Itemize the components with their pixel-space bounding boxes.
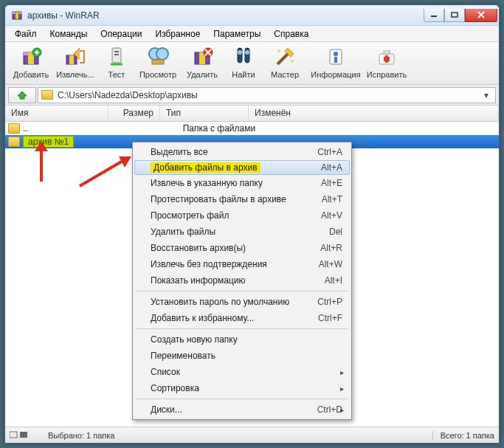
menu-shortcut: Del [329, 227, 342, 237]
winrar-window: архивы - WinRAR Файл Команды Операции Из… [4, 4, 500, 444]
svg-point-15 [156, 48, 168, 60]
menu-item-label: Протестировать файлы в архиве [151, 194, 286, 204]
svg-rect-2 [15, 12, 18, 19]
menu-shortcut: Alt+R [320, 243, 342, 253]
add-icon [19, 45, 43, 69]
col-type[interactable]: Тип [160, 106, 249, 121]
toolbar-extract[interactable]: Извлечь... [54, 44, 97, 79]
path-dropdown-icon[interactable]: ▾ [480, 90, 492, 100]
menu-item[interactable]: Восстановить архив(ы)Alt+R [134, 240, 350, 256]
test-icon [105, 45, 128, 69]
menu-item-label: Удалить файлы [151, 227, 215, 237]
status-icon [10, 430, 30, 441]
svg-rect-33 [10, 432, 17, 438]
col-name[interactable]: Имя [5, 106, 108, 121]
menu-options[interactable]: Параметры [207, 27, 267, 41]
col-modified[interactable]: Изменён [249, 106, 499, 121]
toolbar-find[interactable]: Найти [225, 44, 262, 79]
menu-item[interactable]: Переименовать [134, 348, 350, 364]
menu-item[interactable]: Сортировка▸ [134, 380, 350, 396]
menu-item-label: Диски... [151, 404, 182, 415]
window-title: архивы - WinRAR [27, 10, 424, 21]
menu-item[interactable]: Диски...Ctrl+D▸ [134, 402, 350, 418]
menu-item[interactable]: Выделить всеCtrl+A [134, 144, 350, 160]
toolbar-add[interactable]: Добавить [10, 44, 52, 79]
minimize-button[interactable] [424, 9, 444, 22]
svg-rect-3 [431, 15, 437, 17]
menu-help[interactable]: Справка [267, 27, 315, 41]
menu-item-label: Показать информацию [151, 275, 245, 286]
menu-item[interactable]: Добавить к избранному...Ctrl+F [134, 310, 350, 326]
menu-item-label: Установить пароль по умолчанию [151, 297, 289, 307]
toolbar-delete[interactable]: Удалить [181, 44, 224, 79]
submenu-arrow-icon: ▸ [340, 368, 344, 376]
menu-item-label: Извлечь без подтверждения [151, 259, 267, 269]
menu-separator [136, 399, 348, 399]
menu-operations[interactable]: Операции [94, 27, 148, 41]
menu-item[interactable]: Извлечь в указанную папкуAlt+E [134, 175, 350, 191]
col-size[interactable]: Размер [108, 106, 160, 121]
toolbar: Добавить Извлечь... Тест Просмотр Удалит… [5, 42, 499, 85]
menu-shortcut: Ctrl+F [318, 313, 342, 323]
file-name: .. [23, 123, 28, 134]
menu-item[interactable]: Извлечь без подтвержденияAlt+W [134, 256, 350, 272]
menu-item[interactable]: Удалить файлыDel [134, 224, 350, 240]
toolbar-repair[interactable]: Исправить [365, 44, 408, 79]
menu-item[interactable]: Создать новую папку [134, 331, 350, 348]
folder-icon [41, 90, 53, 100]
folder-icon [8, 137, 20, 147]
menu-item[interactable]: Протестировать файлы в архивеAlt+T [134, 191, 350, 207]
menu-item[interactable]: Просмотреть файлAlt+V [134, 207, 350, 224]
path-text: C:\Users\Nadezda\Desktop\архивы [58, 90, 198, 100]
svg-rect-28 [334, 57, 337, 63]
menu-item[interactable]: Показать информациюAlt+I [134, 272, 350, 289]
menu-favorites[interactable]: Избранное [149, 27, 207, 41]
repair-icon [375, 45, 398, 69]
menu-item-label: Переименовать [151, 351, 215, 361]
menu-item-label: Выделить все [151, 147, 208, 157]
toolbar-test[interactable]: Тест [98, 44, 135, 79]
toolbar-wizard[interactable]: Мастер [263, 44, 306, 79]
info-icon [324, 45, 348, 69]
status-bar: Выбрано: 1 папка Всего: 1 папка [5, 427, 499, 443]
svg-rect-16 [152, 60, 164, 64]
menu-item-label: Восстановить архив(ы) [151, 243, 246, 253]
menu-shortcut: Alt+T [322, 194, 342, 204]
svg-rect-10 [69, 55, 74, 64]
submenu-arrow-icon: ▸ [340, 385, 344, 393]
wizard-icon [273, 45, 297, 69]
menu-shortcut: Ctrl+P [317, 297, 342, 307]
menu-item[interactable]: Установить пароль по умолчаниюCtrl+P [134, 294, 350, 310]
close-button[interactable] [465, 9, 497, 22]
menu-shortcut: Alt+W [319, 259, 342, 269]
maximize-button[interactable] [444, 9, 465, 22]
menu-commands[interactable]: Команды [44, 27, 94, 41]
toolbar-info[interactable]: Информация [308, 44, 364, 79]
app-icon [11, 10, 23, 21]
menu-shortcut: Ctrl+D [317, 404, 342, 415]
path-field[interactable]: C:\Users\Nadezda\Desktop\архивы ▾ [38, 87, 496, 103]
list-item-parent[interactable]: .. Папка с файлами [5, 122, 499, 135]
menu-shortcut: Alt+V [321, 210, 342, 221]
svg-rect-30 [384, 51, 390, 54]
menu-item-label: Список [151, 367, 180, 377]
toolbar-view[interactable]: Просмотр [137, 44, 179, 79]
status-selected: Выбрано: 1 папка [30, 431, 432, 440]
file-name: архив №1 [23, 136, 74, 148]
address-bar: C:\Users\Nadezda\Desktop\архивы ▾ [5, 85, 499, 106]
menu-item-label: Извлечь в указанную папку [151, 178, 263, 188]
menu-shortcut: Alt+E [321, 178, 342, 188]
menu-item[interactable]: Добавить файлы в архивAlt+A [134, 160, 350, 175]
submenu-arrow-icon: ▸ [340, 406, 344, 414]
menu-item-label: Добавить файлы в архив [151, 162, 260, 173]
titlebar[interactable]: архивы - WinRAR [5, 5, 499, 26]
folder-icon [8, 123, 20, 134]
view-icon [146, 45, 170, 69]
menu-item[interactable]: Список▸ [134, 364, 350, 380]
menu-file[interactable]: Файл [8, 27, 44, 41]
up-button[interactable] [8, 87, 36, 103]
menu-shortcut: Alt+A [321, 162, 342, 173]
svg-point-23 [245, 50, 249, 55]
menu-bar[interactable]: Файл Команды Операции Избранное Параметр… [5, 26, 499, 42]
up-icon [15, 89, 30, 101]
